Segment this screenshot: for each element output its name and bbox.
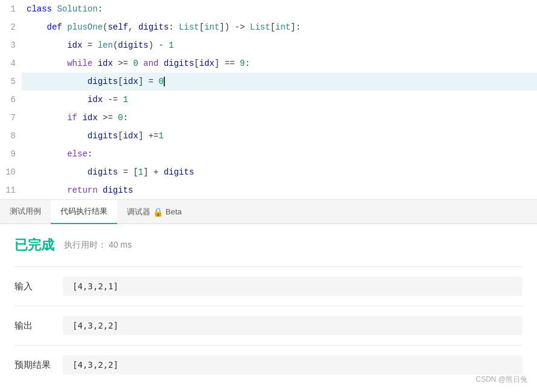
line-content[interactable]: class Solution:: [22, 0, 537, 18]
line-number: 3: [0, 36, 22, 54]
tab-debugger[interactable]: 调试器 🔒 Beta: [117, 201, 191, 223]
results-area: 已完成 执行用时： 40 ms 输入[4,3,2,1]输出[4,3,2,2]预期…: [0, 224, 537, 392]
tabs-bar: 测试用例 代码执行结果 调试器 🔒 Beta: [0, 200, 537, 224]
code-line: 6 idx -= 1: [0, 91, 537, 109]
line-content[interactable]: idx -= 1: [22, 91, 537, 109]
line-content[interactable]: return digits: [22, 181, 537, 199]
line-content[interactable]: digits[idx] = 0: [22, 72, 537, 91]
line-number: 8: [0, 127, 22, 145]
line-number: 10: [0, 163, 22, 181]
line-content[interactable]: def plusOne(self, digits: List[int]) -> …: [22, 18, 537, 36]
result-row: 输入[4,3,2,1]: [14, 266, 523, 306]
line-number: 7: [0, 109, 22, 127]
exec-label: 执行用时：: [64, 240, 106, 249]
status-row: 已完成 执行用时： 40 ms: [14, 236, 523, 254]
result-value: [4,3,2,2]: [63, 316, 523, 335]
code-line: 5 digits[idx] = 0: [0, 72, 537, 91]
line-content[interactable]: else:: [22, 145, 537, 163]
result-label: 输入: [14, 281, 63, 292]
line-number: 2: [0, 18, 22, 36]
code-line: 2 def plusOne(self, digits: List[int]) -…: [0, 18, 537, 36]
debugger-label: 调试器: [127, 207, 150, 217]
result-row: 预期结果[4,3,2,2]: [14, 345, 523, 384]
code-line: 3 idx = len(digits) - 1: [0, 36, 537, 54]
result-label: 预期结果: [14, 359, 63, 371]
code-line: 8 digits[idx] +=1: [0, 127, 537, 145]
result-rows: 输入[4,3,2,1]输出[4,3,2,2]预期结果[4,3,2,2]: [14, 266, 523, 384]
result-value: [4,3,2,2]: [63, 355, 523, 374]
line-number: 1: [0, 0, 22, 18]
line-content[interactable]: digits[idx] +=1: [22, 127, 537, 145]
line-number: 11: [0, 181, 22, 199]
exec-time-value: 40 ms: [109, 240, 132, 249]
tab-exec-result[interactable]: 代码执行结果: [51, 200, 117, 224]
result-value: [4,3,2,1]: [63, 277, 523, 296]
code-line: 4 while idx >= 0 and digits[idx] == 9:: [0, 54, 537, 72]
exec-time: 执行用时： 40 ms: [64, 240, 132, 251]
result-label: 输出: [14, 320, 63, 332]
line-number: 5: [0, 72, 22, 91]
code-line: 1class Solution:: [0, 0, 537, 18]
line-content[interactable]: while idx >= 0 and digits[idx] == 9:: [22, 54, 537, 72]
line-content[interactable]: idx = len(digits) - 1: [22, 36, 537, 54]
status-completed: 已完成: [14, 236, 54, 254]
line-number: 6: [0, 91, 22, 109]
code-table: 1class Solution:2 def plusOne(self, digi…: [0, 0, 537, 199]
result-row: 输出[4,3,2,2]: [14, 306, 523, 345]
watermark: CSDN @熊日兔: [475, 374, 527, 385]
line-number: 4: [0, 54, 22, 72]
code-line: 9 else:: [0, 145, 537, 163]
code-line: 10 digits = [1] + digits: [0, 163, 537, 181]
beta-badge: Beta: [166, 207, 182, 216]
line-content[interactable]: digits = [1] + digits: [22, 163, 537, 181]
code-line: 11 return digits: [0, 181, 537, 199]
lock-icon: 🔒: [153, 207, 163, 217]
text-cursor: [164, 77, 165, 86]
line-content[interactable]: if idx >= 0:: [22, 109, 537, 127]
code-editor: 1class Solution:2 def plusOne(self, digi…: [0, 0, 537, 200]
code-line: 7 if idx >= 0:: [0, 109, 537, 127]
line-number: 9: [0, 145, 22, 163]
tab-test-cases[interactable]: 测试用例: [0, 200, 51, 224]
